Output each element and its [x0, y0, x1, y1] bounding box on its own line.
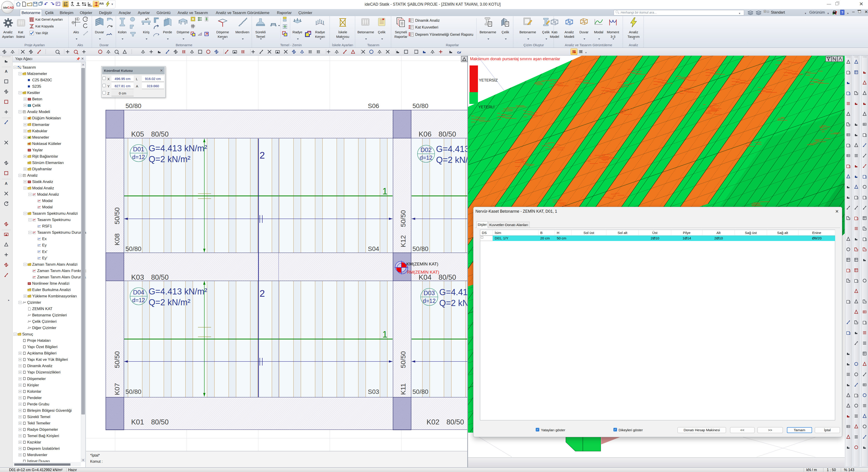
svg-text:d=12: d=12: [132, 154, 145, 160]
svg-text:50/80: 50/80: [125, 388, 141, 395]
svg-text:Maksimum donatı pursantaj sını: Maksimum donatı pursantaj sınırını aşan …: [470, 57, 560, 61]
svg-text:2: 2: [259, 150, 265, 161]
svg-text:50/80: 50/80: [412, 388, 428, 395]
svg-text:2: 2: [259, 288, 265, 299]
svg-text:T: T: [29, 105, 30, 107]
svg-text:50/80: 50/80: [125, 245, 141, 252]
svg-text:K07: K07: [113, 383, 121, 395]
svg-text:80/50: 80/50: [438, 130, 456, 138]
svg-text:K11: K11: [399, 383, 407, 395]
svg-text:Q=2 kN/m²: Q=2 kN/m²: [149, 297, 190, 307]
svg-text:Q=2 kN/m²: Q=2 kN/m²: [439, 298, 467, 308]
svg-text:G=4.413 kN/m²: G=4.413 kN/m²: [149, 144, 207, 153]
svg-text:YETERLİ: YETERLİ: [478, 105, 494, 109]
svg-text:50/50: 50/50: [399, 210, 407, 227]
svg-text:d=12: d=12: [423, 297, 436, 304]
svg-text:1: 1: [382, 186, 388, 196]
svg-text:YETERSİZ: YETERSİZ: [479, 78, 498, 83]
svg-text:50/50: 50/50: [399, 351, 407, 368]
svg-text:A: A: [5, 181, 7, 186]
svg-text:D01: D01: [133, 146, 144, 153]
svg-text:K06: K06: [418, 130, 432, 138]
svg-text:G=4.413 kN/m²: G=4.413 kN/m²: [436, 144, 467, 154]
svg-text:KM(ZEMİN KAT): KM(ZEMİN KAT): [406, 261, 438, 266]
svg-text:K12: K12: [399, 235, 407, 247]
svg-text:RM(ZEMİN KAT): RM(ZEMİN KAT): [407, 270, 439, 275]
svg-text:D03: D03: [424, 290, 435, 296]
svg-text:50/80: 50/80: [412, 102, 428, 109]
svg-text:80/50: 80/50: [438, 273, 456, 281]
svg-text:D04: D04: [133, 289, 144, 296]
svg-text:S04: S04: [368, 245, 379, 252]
svg-text:A: A: [77, 18, 79, 21]
svg-text:K02: K02: [427, 418, 439, 426]
svg-text:80/50: 80/50: [446, 418, 464, 426]
svg-text:S03: S03: [368, 388, 379, 395]
svg-text:S06: S06: [368, 102, 379, 109]
svg-text:80/50: 80/50: [151, 418, 169, 426]
svg-text:d=12: d=12: [132, 297, 145, 303]
svg-text:50/80: 50/80: [412, 245, 428, 252]
svg-text:d=12: d=12: [420, 154, 432, 161]
svg-text:N: N: [147, 17, 149, 20]
svg-text:K03: K03: [131, 273, 144, 281]
svg-text:D02: D02: [421, 147, 432, 153]
svg-text:K05: K05: [131, 130, 144, 138]
svg-text:50/50: 50/50: [113, 207, 121, 224]
svg-text:80/50: 80/50: [151, 130, 169, 138]
svg-text:Q=2 kN/m²: Q=2 kN/m²: [149, 154, 190, 164]
svg-text:G=4.413 kN/m²: G=4.413 kN/m²: [439, 287, 467, 297]
svg-text:50/50: 50/50: [113, 351, 121, 368]
svg-text:Q=2 kN/m²: Q=2 kN/m²: [436, 155, 467, 165]
svg-text:G=4.413 kN/m²: G=4.413 kN/m²: [149, 287, 207, 296]
svg-text:K01: K01: [131, 418, 144, 426]
svg-text:K08: K08: [113, 233, 121, 245]
svg-text:1: 1: [382, 329, 388, 339]
svg-text:50/80: 50/80: [125, 102, 141, 109]
svg-text:80/50: 80/50: [151, 273, 169, 281]
svg-text:A: A: [5, 69, 7, 73]
